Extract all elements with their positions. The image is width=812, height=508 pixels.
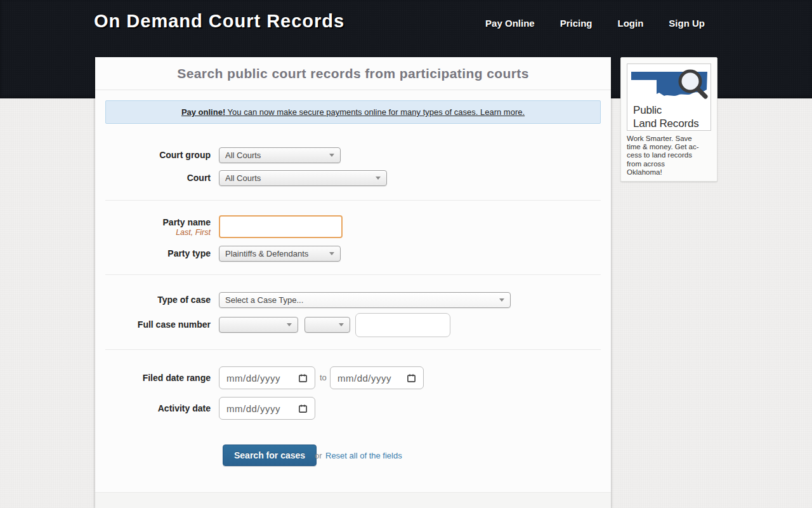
party-name-label: Party nameLast, First bbox=[95, 217, 211, 237]
search-panel: Search public court records from partici… bbox=[95, 57, 611, 508]
chevron-down-icon bbox=[499, 298, 504, 302]
case-number-year-select[interactable] bbox=[304, 317, 350, 333]
activity-date-label: Activity date bbox=[95, 403, 211, 413]
divider bbox=[105, 200, 601, 201]
chevron-down-icon bbox=[329, 154, 334, 157]
public-land-records-ad: Public Land Records Work Smarter. Save t… bbox=[620, 57, 717, 182]
party-name-input[interactable] bbox=[219, 215, 343, 238]
court-label: Court bbox=[95, 173, 211, 183]
case-number-type-select[interactable] bbox=[219, 317, 298, 333]
chevron-down-icon bbox=[376, 177, 381, 180]
site-logo[interactable]: On Demand Court Records bbox=[94, 11, 344, 32]
page: On Demand Court Records Pay Online Prici… bbox=[0, 0, 812, 508]
divider bbox=[105, 349, 601, 350]
court-group-row: Court group All Courts bbox=[95, 147, 611, 163]
page-title: Search public court records from partici… bbox=[177, 66, 528, 81]
filed-date-end-input[interactable]: mm/dd/yyyy bbox=[330, 366, 424, 389]
activity-date-row: Activity date mm/dd/yyyy bbox=[95, 397, 611, 420]
top-nav: Pay Online Pricing Login Sign Up bbox=[485, 18, 705, 29]
calendar-icon[interactable] bbox=[407, 373, 416, 383]
calendar-icon[interactable] bbox=[298, 404, 308, 413]
filed-date-label: Filed date range bbox=[95, 373, 211, 383]
nav-sign-up[interactable]: Sign Up bbox=[669, 18, 705, 29]
chevron-down-icon bbox=[329, 252, 334, 255]
court-group-select[interactable]: All Courts bbox=[219, 147, 341, 163]
case-number-label: Full case number bbox=[95, 319, 211, 330]
or-text: or bbox=[315, 451, 322, 460]
divider bbox=[105, 274, 601, 275]
party-name-row: Party nameLast, First bbox=[95, 215, 611, 238]
pay-online-banner: Pay online! You can now make secure paym… bbox=[105, 100, 601, 124]
nav-pay-online[interactable]: Pay Online bbox=[485, 18, 535, 29]
ad-description: Work Smarter. Save time & money. Get ac-… bbox=[627, 135, 711, 177]
case-type-label: Type of case bbox=[95, 295, 211, 305]
party-type-select[interactable]: Plaintiffs & Defendants bbox=[219, 246, 341, 262]
search-for-cases-button[interactable]: Search for cases bbox=[223, 444, 317, 466]
date-joiner: to bbox=[320, 373, 327, 382]
case-number-input[interactable] bbox=[355, 313, 450, 337]
court-group-label: Court group bbox=[95, 150, 211, 160]
panel-title-bar: Search public court records from partici… bbox=[95, 57, 611, 90]
panel-footer bbox=[95, 492, 611, 508]
party-type-row: Party type Plaintiffs & Defendants bbox=[95, 246, 611, 262]
chevron-down-icon bbox=[287, 323, 292, 326]
nav-pricing[interactable]: Pricing bbox=[560, 18, 593, 29]
court-row: Court All Courts bbox=[95, 170, 611, 186]
reset-fields-link[interactable]: Reset all of the fields bbox=[325, 451, 402, 460]
court-select[interactable]: All Courts bbox=[219, 170, 387, 186]
filed-date-start-input[interactable]: mm/dd/yyyy bbox=[219, 366, 315, 389]
filed-date-row: Filed date range mm/dd/yyyy to mm/dd/yyy… bbox=[95, 366, 611, 389]
case-type-select[interactable]: Select a Case Type... bbox=[219, 292, 511, 308]
chevron-down-icon bbox=[339, 323, 344, 326]
calendar-icon[interactable] bbox=[298, 373, 308, 383]
party-name-hint: Last, First bbox=[95, 228, 211, 237]
activity-date-input[interactable]: mm/dd/yyyy bbox=[219, 397, 315, 420]
actions-row: Search for cases or Reset all of the fie… bbox=[95, 444, 611, 466]
case-number-row: Full case number bbox=[95, 313, 611, 337]
nav-login[interactable]: Login bbox=[618, 18, 644, 29]
case-type-row: Type of case Select a Case Type... bbox=[95, 292, 611, 308]
oklahoma-map-with-magnifier-icon bbox=[627, 64, 711, 101]
ad-title: Public Land Records bbox=[633, 104, 710, 130]
public-land-records-image[interactable]: Public Land Records bbox=[627, 64, 711, 131]
party-type-label: Party type bbox=[95, 248, 211, 258]
pay-online-banner-link[interactable]: Pay online! You can now make secure paym… bbox=[181, 107, 525, 117]
